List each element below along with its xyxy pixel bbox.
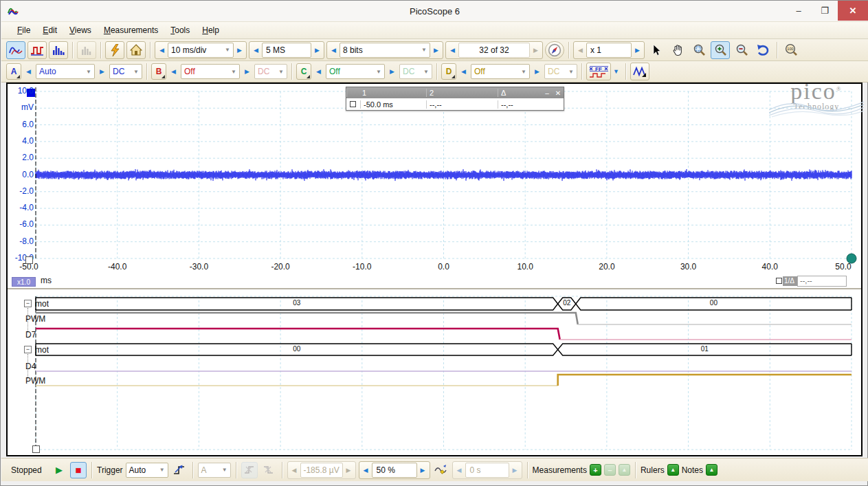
bus-outline: [36, 344, 852, 355]
channel-a-button[interactable]: A: [6, 63, 21, 80]
channel-a-range-combo[interactable]: Auto▼: [36, 64, 95, 79]
menu-item-edit[interactable]: Edit: [36, 23, 63, 37]
channel-b-range-prev[interactable]: ◀: [168, 64, 179, 79]
channel-coupling-value: DC: [548, 67, 559, 76]
inverse-delta-checkbox[interactable]: [776, 278, 782, 284]
buffer-position-field: 32 of 32: [458, 43, 530, 58]
x-axis-label: -40.0: [108, 262, 126, 272]
zoom-factor-increase-button[interactable]: ▶: [632, 43, 643, 58]
timebase-next-button[interactable]: ▶: [234, 43, 245, 58]
channel-c-range-next[interactable]: ▶: [386, 64, 398, 79]
zoom-100-button[interactable]: 100: [781, 41, 801, 59]
start-button[interactable]: ▶: [51, 462, 67, 478]
channel-b-range-next[interactable]: ▶: [241, 64, 253, 79]
channel-a-range-prev[interactable]: ◀: [23, 64, 34, 79]
trigger-marker-button[interactable]: [433, 462, 449, 478]
separator: [192, 462, 193, 478]
close-button[interactable]: ✕: [838, 1, 868, 21]
marquee-zoom-tool-button[interactable]: [689, 41, 709, 59]
buffer-prev-button[interactable]: ◀: [447, 43, 458, 58]
channel-range-value: Auto: [39, 67, 56, 76]
samples-next-button[interactable]: ▶: [311, 43, 323, 58]
zoom-out-tool-button[interactable]: [732, 41, 751, 59]
window-title: PicoScope 6: [1, 6, 868, 16]
digital-time-ruler-handle[interactable]: [32, 445, 40, 453]
trigger-edge-button[interactable]: [171, 462, 188, 478]
edge-cross-icon: [263, 464, 275, 476]
pointer-tool-button[interactable]: [647, 41, 666, 59]
digital-signal-label: D4: [25, 362, 36, 371]
menu-item-measurements[interactable]: Measurements: [98, 23, 164, 37]
notes-panel-button[interactable]: ▲: [706, 464, 717, 476]
legend-minimize-button[interactable]: –: [542, 89, 553, 97]
channel-c-button[interactable]: C: [296, 63, 311, 80]
zoom-in-tool-button[interactable]: [711, 41, 730, 59]
buffer-overview-button[interactable]: [545, 41, 564, 59]
zoom-factor-field[interactable]: x 1: [586, 43, 632, 58]
legend-ruler1-value: -50.0 ms: [360, 100, 426, 109]
bus-outline: [36, 344, 852, 355]
panel-splitter[interactable]: [8, 288, 861, 289]
resolution-next-button[interactable]: ▶: [430, 43, 442, 58]
channel-c-range-prev[interactable]: ◀: [313, 64, 324, 79]
channel-d-range-prev[interactable]: ◀: [458, 64, 469, 79]
timebase-combo[interactable]: 10 ms/div▼: [168, 43, 234, 58]
undo-zoom-button[interactable]: [753, 41, 772, 59]
chevron-down-icon: ▼: [517, 69, 526, 75]
timebase-value: 10 ms/div: [171, 45, 206, 55]
channel-coupling-value: DC: [258, 67, 269, 76]
channel-d-range-next[interactable]: ▶: [531, 64, 543, 79]
persistence-view-button[interactable]: [27, 41, 47, 59]
digital-group-collapse-button[interactable]: −: [24, 300, 32, 307]
channel-c-range-combo[interactable]: Off▼: [326, 64, 385, 79]
maximize-button[interactable]: ❐: [812, 1, 838, 21]
channel-d-range-combo[interactable]: Off▼: [471, 64, 530, 79]
separator: [150, 42, 151, 58]
measurements-label: Measurements: [533, 465, 587, 475]
channel-b-button[interactable]: B: [151, 63, 166, 80]
auto-setup-button[interactable]: [105, 41, 124, 59]
menu-item-file[interactable]: File: [11, 23, 36, 37]
spectrum-view-button[interactable]: [49, 41, 68, 59]
menu-item-help[interactable]: Help: [196, 23, 225, 37]
digital-inputs-button[interactable]: FF: [586, 63, 611, 80]
menu-item-tools[interactable]: Tools: [164, 23, 196, 37]
separator: [72, 42, 73, 58]
samples-prev-button[interactable]: ◀: [250, 43, 262, 58]
x-axis-label: -30.0: [190, 262, 208, 272]
rulers-panel-button[interactable]: ▲: [667, 464, 679, 476]
channel-b-range-combo[interactable]: Off▼: [181, 64, 240, 79]
waveform-options-button[interactable]: [630, 63, 649, 80]
pre-trigger-increase[interactable]: ▶: [417, 463, 429, 478]
channel-d-button[interactable]: D: [441, 63, 456, 80]
add-measurement-button[interactable]: +: [590, 464, 601, 476]
home-button[interactable]: [126, 41, 146, 59]
separator: [100, 42, 101, 58]
lightning-icon: [109, 44, 120, 56]
menu-item-views[interactable]: Views: [63, 23, 98, 37]
resolution-combo[interactable]: 8 bits▼: [340, 43, 430, 58]
pre-trigger-decrease[interactable]: ◀: [360, 463, 372, 478]
digital-group-collapse-button[interactable]: −: [24, 346, 32, 353]
pre-trigger-field[interactable]: 50 %: [372, 463, 417, 478]
channel-a-range-next[interactable]: ▶: [96, 64, 108, 79]
y-axis-label: 2.0: [9, 153, 34, 162]
stop-button[interactable]: ■: [70, 462, 87, 478]
hand-tool-button[interactable]: [668, 41, 687, 59]
channel-a-coupling-combo[interactable]: DC▼: [109, 64, 142, 79]
trigger-mode-combo[interactable]: Auto▼: [126, 463, 168, 478]
channel-coupling-value: DC: [403, 67, 414, 76]
samples-field[interactable]: 5 MS: [262, 43, 311, 58]
chevron-down-icon: ▼: [417, 47, 427, 53]
separator: [282, 462, 282, 478]
timebase-prev-button[interactable]: ◀: [156, 43, 168, 58]
bus-segment-value: 00: [710, 299, 717, 307]
channels-toolbar: A◀Auto▼▶DC▼B◀Off▼▶DC▼C◀Off▼▶DC▼D◀Off▼▶DC…: [1, 61, 868, 82]
time-ruler-handle-dock[interactable]: [25, 256, 33, 264]
legend-checkbox[interactable]: [350, 101, 356, 107]
scope-view-button[interactable]: [6, 41, 25, 59]
legend-close-button[interactable]: ✕: [553, 89, 564, 97]
minimize-button[interactable]: –: [786, 1, 812, 21]
resolution-prev-button[interactable]: ◀: [328, 43, 340, 58]
digital-inputs-dropdown[interactable]: ▼: [611, 64, 621, 79]
